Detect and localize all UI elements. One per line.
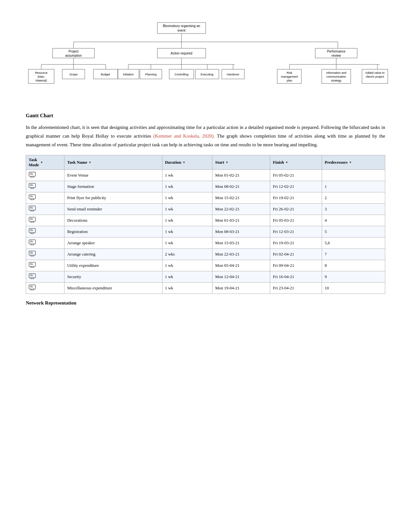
table-row: Stage formation1 wkMon 08-02-21Fri 12-02… bbox=[26, 181, 385, 192]
body-paragraph: In the aforementioned chart, it is seen … bbox=[26, 123, 385, 149]
task-icon-svg bbox=[29, 285, 36, 290]
task-duration: 1 wk bbox=[162, 181, 212, 192]
table-row: Miscellaneous expenditure1 wkMon 19-04-2… bbox=[26, 283, 385, 294]
task-start: Mon 08-02-21 bbox=[212, 181, 270, 192]
svg-text:Resource: Resource bbox=[35, 71, 47, 74]
task-duration: 2 wks bbox=[162, 249, 212, 260]
task-start: Mon 05-04-21 bbox=[212, 260, 270, 271]
task-start: Mon 19-04-21 bbox=[212, 283, 270, 294]
task-mode-icon bbox=[26, 249, 64, 260]
task-start: Mon 12-04-21 bbox=[212, 271, 270, 283]
task-duration: 1 wk bbox=[162, 204, 212, 215]
task-name: Miscellaneous expenditure bbox=[64, 283, 162, 294]
th-start[interactable]: Start ▼ bbox=[212, 155, 270, 170]
svg-rect-126 bbox=[30, 287, 33, 287]
th-task-name[interactable]: Task Name ▼ bbox=[64, 155, 162, 170]
task-predecessors: 9 bbox=[322, 271, 385, 283]
svg-text:communication: communication bbox=[326, 75, 346, 78]
task-duration: 1 wk bbox=[162, 260, 212, 271]
table-row: Decorations1 wkMon 01-03-21Fri 05-03-214 bbox=[26, 215, 385, 226]
task-start: Mon 01-02-21 bbox=[212, 170, 270, 181]
svg-text:management: management bbox=[281, 75, 298, 78]
task-start: Mon 08-03-21 bbox=[212, 226, 270, 237]
task-icon-svg bbox=[29, 273, 36, 279]
svg-text:Executing: Executing bbox=[201, 73, 213, 76]
task-mode-icon bbox=[26, 170, 64, 181]
start-sort-icon: ▼ bbox=[226, 161, 229, 164]
svg-rect-71 bbox=[30, 184, 33, 185]
task-name: Event Venue bbox=[64, 170, 162, 181]
task-predecessors bbox=[322, 170, 385, 181]
task-icon-svg bbox=[29, 239, 36, 245]
task-duration: 1 wk bbox=[162, 215, 212, 226]
svg-rect-77 bbox=[30, 196, 33, 196]
svg-text:Performance: Performance bbox=[327, 50, 346, 53]
task-mode-sort-icon: ▼ bbox=[40, 161, 43, 164]
svg-rect-102 bbox=[30, 242, 33, 242]
svg-rect-108 bbox=[30, 253, 33, 254]
svg-text:Initiation: Initiation bbox=[123, 73, 134, 76]
th-duration-label: Duration bbox=[165, 160, 181, 165]
task-predecessors: 1 bbox=[322, 181, 385, 192]
task-icon-svg bbox=[29, 172, 36, 178]
task-finish: Fri 23-04-21 bbox=[270, 283, 322, 294]
wbs-diagram: Bloomsbury organising an event Project a… bbox=[26, 13, 385, 103]
task-predecessors: 3 bbox=[322, 204, 385, 215]
table-row: Event Venue1 wkMon 01-02-21Fri 05-02-21 bbox=[26, 170, 385, 181]
th-duration[interactable]: Duration ▼ bbox=[162, 155, 212, 170]
task-start: Mon 15-02-21 bbox=[212, 192, 270, 204]
svg-rect-66 bbox=[30, 174, 33, 175]
task-name: Print flyer for publicity bbox=[64, 192, 162, 204]
task-mode-icon bbox=[26, 226, 64, 237]
task-start: Mon 22-02-21 bbox=[212, 204, 270, 215]
task-mode-icon bbox=[26, 215, 64, 226]
task-name-sort-icon: ▼ bbox=[88, 161, 91, 164]
svg-rect-83 bbox=[30, 207, 33, 208]
task-name: Security bbox=[64, 271, 162, 283]
predecessors-sort-icon: ▼ bbox=[349, 161, 352, 164]
task-mode-icon bbox=[26, 271, 64, 283]
task-icon-svg bbox=[29, 251, 36, 256]
task-icon-svg bbox=[29, 228, 36, 234]
svg-text:Material): Material) bbox=[35, 79, 47, 82]
task-finish: Fri 19-02-21 bbox=[270, 192, 322, 204]
task-duration: 1 wk bbox=[162, 192, 212, 204]
task-name: Send email reminder bbox=[64, 204, 162, 215]
task-finish: Fri 12-03-21 bbox=[270, 226, 322, 237]
svg-rect-114 bbox=[30, 264, 33, 265]
table-row: Security1 wkMon 12-04-21Fri 16-04-219 bbox=[26, 271, 385, 283]
svg-text:Risk: Risk bbox=[287, 71, 292, 74]
svg-text:review: review bbox=[331, 54, 341, 57]
task-start: Mon 01-03-21 bbox=[212, 215, 270, 226]
task-name: Registration bbox=[64, 226, 162, 237]
svg-text:plan: plan bbox=[287, 79, 292, 82]
th-task-mode[interactable]: TaskMode ▼ bbox=[26, 155, 64, 170]
task-start: Mon 22-03-21 bbox=[212, 249, 270, 260]
svg-text:Planning: Planning bbox=[145, 73, 156, 76]
table-row: Registration1 wkMon 08-03-21Fri 12-03-21… bbox=[26, 226, 385, 237]
task-mode-icon bbox=[26, 192, 64, 204]
task-duration: 1 wk bbox=[162, 283, 212, 294]
task-predecessors: 8 bbox=[322, 260, 385, 271]
task-predecessors: 5 bbox=[322, 226, 385, 237]
svg-text:assumption: assumption bbox=[65, 54, 82, 57]
svg-rect-90 bbox=[30, 219, 33, 220]
svg-text:Information and: Information and bbox=[326, 71, 346, 74]
svg-text:Budget: Budget bbox=[101, 73, 110, 76]
svg-rect-65 bbox=[30, 173, 33, 174]
svg-rect-113 bbox=[30, 263, 33, 264]
svg-text:Project: Project bbox=[68, 50, 78, 53]
task-name: Utility expenditure bbox=[64, 260, 162, 271]
duration-sort-icon: ▼ bbox=[182, 161, 185, 164]
task-icon-svg bbox=[29, 183, 36, 189]
wbs-svg: Bloomsbury organising an event Project a… bbox=[32, 19, 380, 90]
svg-text:strategy: strategy bbox=[331, 79, 341, 82]
th-predecessors[interactable]: Predecessors ▼ bbox=[322, 155, 385, 170]
svg-rect-84 bbox=[30, 208, 33, 208]
task-mode-icon bbox=[26, 181, 64, 192]
svg-rect-125 bbox=[30, 286, 33, 286]
task-name: Stage formation bbox=[64, 181, 162, 192]
svg-rect-95 bbox=[30, 229, 33, 230]
task-name: Arrange catering bbox=[64, 249, 162, 260]
th-finish[interactable]: Finish ▼ bbox=[270, 155, 322, 170]
